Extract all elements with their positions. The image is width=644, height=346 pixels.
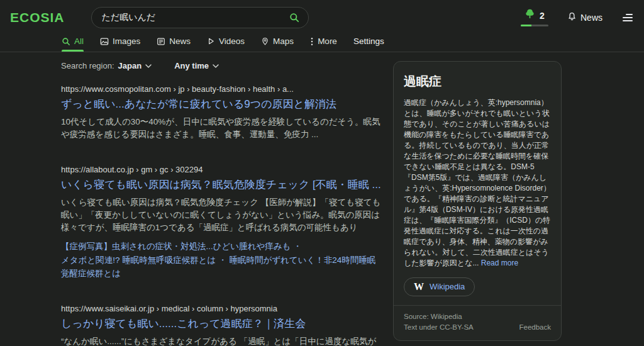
wikipedia-button-label: Wikipedia: [430, 282, 465, 291]
menu-icon[interactable]: [621, 11, 634, 24]
result-url[interactable]: https://allabout.co.jp › gm › gc › 30229…: [61, 165, 384, 174]
header: ECOSIA: [0, 0, 644, 52]
tab-more[interactable]: More: [310, 36, 337, 52]
search-region-value: Japan: [118, 61, 142, 70]
more-dots-icon: [310, 37, 314, 46]
chevron-down-icon: [213, 64, 219, 68]
knowledge-panel: 過眠症 過眠症（かみんしょう、英:hypersomnia）とは、睡眠が多いがそれ…: [393, 61, 562, 341]
bell-icon: [567, 12, 577, 23]
result-url[interactable]: https://www.cosmopolitan.com › jp › beau…: [61, 84, 384, 94]
filters-row: Search region: Japan Any time: [61, 61, 384, 70]
tab-images[interactable]: Images: [100, 36, 140, 52]
ecosia-logo[interactable]: ECOSIA: [10, 10, 65, 25]
search-input[interactable]: [101, 12, 289, 23]
search-bar[interactable]: [91, 7, 309, 28]
panel-description: 過眠症（かみんしょう、英:hypersomnia）とは、睡眠が多いがそれでも眠い…: [404, 98, 551, 269]
tree-count: 2: [540, 11, 545, 21]
any-time-value: Any time: [174, 61, 209, 70]
results-column: Search region: Japan Any time https://ww…: [61, 61, 384, 346]
search-region-dropdown[interactable]: Search region: Japan: [61, 61, 152, 70]
map-pin-icon: [261, 37, 269, 46]
news-label: News: [580, 13, 602, 23]
search-tab-icon: [62, 37, 70, 46]
panel-source: Source: Wikipedia Text under CC-BY-SA: [404, 311, 474, 333]
source-line: Source: Wikipedia: [404, 311, 474, 322]
result-title-link[interactable]: しっかり寝ても眠い......これって過眠症？｜済生会: [61, 316, 384, 331]
search-result: https://www.saiseikai.or.jp › medical › …: [61, 304, 384, 346]
tree-counter[interactable]: 2: [521, 9, 548, 26]
result-snippet: “なんか眠い......”にもさまざまなタイプがある 「過眠」とは「日中に過度な…: [61, 335, 384, 346]
read-more-link[interactable]: Read more: [481, 259, 518, 267]
result-url[interactable]: https://www.saiseikai.or.jp › medical › …: [61, 304, 384, 313]
result-title-link[interactable]: いくら寝ても眠い原因は病気？眠気危険度チェック [不眠・睡眠 ...: [61, 177, 384, 192]
result-title-link[interactable]: ずっと眠い...あなたが常に疲れている9つの原因と解消法: [61, 97, 384, 111]
tab-videos[interactable]: Videos: [207, 36, 245, 52]
sublink[interactable]: 【症例写真】虫刺されの症状・対処法...ひどい腫れや痒みも ・: [61, 240, 384, 254]
tree-icon: [525, 9, 535, 22]
chevron-down-icon: [145, 64, 152, 68]
main-content: Search region: Japan Any time https://ww…: [0, 52, 644, 346]
result-sublinks: 【症例写真】虫刺されの症状・対処法...ひどい腫れや痒みも ・ メタボと関連!?…: [61, 240, 384, 281]
search-region-label: Search region:: [61, 61, 114, 70]
search-result: https://allabout.co.jp › gm › gc › 30229…: [61, 165, 384, 281]
search-icon[interactable]: [289, 13, 299, 23]
tree-progress-bar: [521, 25, 548, 26]
news-link[interactable]: News: [567, 12, 602, 23]
images-icon: [100, 37, 109, 46]
feedback-link[interactable]: Feedback: [519, 322, 551, 333]
news-tab-icon: [157, 37, 165, 46]
panel-title: 過眠症: [404, 73, 551, 90]
tab-news[interactable]: News: [157, 36, 191, 52]
play-icon: [207, 37, 215, 45]
sublink[interactable]: メタボと関連!? 睡眠時無呼吸症候群とは ・ 睡眠時間がずれていく！非24時間睡…: [61, 254, 384, 281]
result-snippet: 10代そして成人の30〜40%が、日中に眠気や疲労感を経験しているのだそう。眠気…: [61, 116, 384, 142]
wikipedia-button[interactable]: W Wikipedia: [404, 277, 475, 296]
panel-footer: Source: Wikipedia Text under CC-BY-SA Fe…: [394, 305, 561, 341]
license-line: Text under CC-BY-SA: [404, 322, 474, 333]
tab-all[interactable]: All: [62, 36, 84, 52]
ecosia-search-page: ECOSIA: [0, 0, 644, 346]
settings-link[interactable]: Settings: [353, 36, 384, 52]
tab-maps[interactable]: Maps: [261, 36, 294, 52]
result-snippet: いくら寝ても眠い原因は病気？眠気危険度チェック 【医師が解説】「寝ても寝ても眠い…: [61, 196, 384, 235]
tab-bar: All Images: [62, 29, 372, 52]
wikipedia-w-icon: W: [414, 282, 424, 292]
search-result: https://www.cosmopolitan.com › jp › beau…: [61, 84, 384, 142]
any-time-dropdown[interactable]: Any time: [174, 61, 219, 70]
